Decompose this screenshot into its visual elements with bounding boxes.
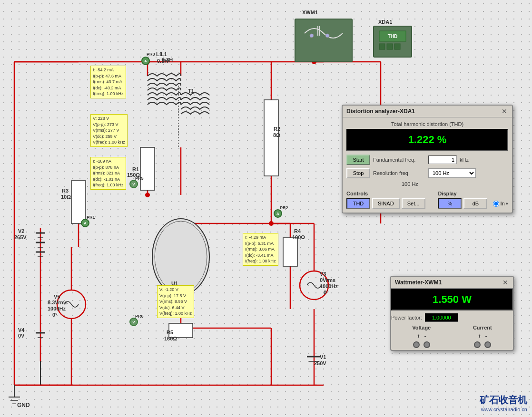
brand-url: www.crystalradio.cn [480,407,527,412]
voltage-minus-terminal[interactable] [424,341,430,348]
current-minus-label: - [485,332,487,339]
V2-value: 265V [14,234,27,240]
L1-component-label: L1 [161,51,167,57]
xda1-title-bar: Distortion analyzer-XDA1 ✕ [343,106,512,117]
current-minus-terminal[interactable] [484,341,491,348]
R2-label: R2 [274,126,280,132]
xda1-circuit-label: XDA1 [378,19,392,25]
R2-value: 8Ω [273,132,280,138]
V4-value: 0V [18,333,24,339]
db-button[interactable]: dB [463,198,487,209]
xwm1-title: Wattmeter-XWM1 [395,279,442,286]
xwm1-circuit-label: XWM1 [302,10,318,15]
thd-button[interactable]: THD [346,198,370,209]
L1-component-value: 0.3H [157,58,168,64]
thd-subtitle: Total harmonic distortion (THD) [346,121,508,127]
brand-chinese: 矿石收音机 [480,394,527,407]
R5-value: 160Ω [164,336,177,341]
V2-label: V2 [18,228,24,234]
gnd-label: GND [17,402,30,408]
u1-voltage-measurement: V: -1.20 V V(p-p): 17.5 V V(rms): 8.96 V… [157,285,194,318]
resolution-freq-label: Resolution freq. [373,170,425,176]
xwm1-close-button[interactable]: ✕ [502,279,509,286]
stop-button[interactable]: Stop [346,168,370,178]
pr3-voltage-measurement: V: 228 V V(p-p): 273 V V(rms): 277 V V(d… [90,114,128,147]
V3-label: V3 [320,271,326,277]
V3-phase: 0° [324,290,329,295]
r1-current-measurement: I: -189 nA I(p-p): 878 nA I(rms): 321 nA… [90,157,126,190]
xda1-close-button[interactable]: ✕ [501,107,508,115]
thd-value-display: 1.222 % [346,129,508,151]
V5-freq: 1000Hz [48,306,66,311]
probe-PR5-circle: V [129,180,138,188]
voltage-minus-label: - [424,332,426,339]
probe-PR6-circle: V [129,318,138,326]
probe-PR5-label: PR5 [135,176,144,181]
current-plus-label: + [478,332,482,339]
probe-PR6-label: PR6 [135,314,144,319]
in-radio[interactable] [493,201,499,207]
probe-PR1-circle: A [81,219,89,227]
xwm1-panel: Wattmeter-XWM1 ✕ 1.550 W Power factor: 1… [390,276,514,351]
wattmeter-value-display: 1.550 W [391,289,513,310]
fundamental-freq-label: Fundamental freq. [373,157,425,163]
fundamental-freq-unit: kHz [460,157,469,163]
voltage-plus-label: + [417,332,421,339]
current-col-label: Current [473,325,492,330]
T1-label: T1 [188,88,194,94]
V4-label: V4 [18,327,24,333]
R1-label: R1 [132,166,139,172]
R4-label: R4 [294,228,301,234]
V5-phase: 0° [52,312,58,318]
V3-freq: 1000Hz [320,283,338,289]
power-factor-label: Power factor: [391,315,422,320]
probe-PR2-label: PR2 [280,205,288,210]
xwm1-title-bar: Wattmeter-XWM1 ✕ [391,277,513,289]
in-radio-label: In [500,201,504,206]
display-label: Display [438,191,508,196]
voltage-col-label: Voltage [412,325,431,330]
V3-value: 0Vrms [320,277,335,283]
resolution-freq-display: 100 Hz [402,181,508,187]
percent-button[interactable]: % [438,198,462,209]
V1-label: V1 [320,354,326,360]
current-plus-terminal[interactable] [474,341,481,348]
V5-label: V5 [54,294,60,300]
probe-PR1-label: PR1 [87,215,95,220]
probe-PR3-circle: A [141,57,150,65]
voltage-plus-terminal[interactable] [413,341,420,348]
sinad-button[interactable]: SINAD [372,198,400,209]
R3-label: R3 [62,188,69,194]
resolution-freq-select[interactable]: 100 Hz 50 Hz 200 Hz [428,168,476,178]
R5-label: R5 [167,330,173,335]
V5-value: 8.3Vrms [48,300,68,305]
pr2-current-measurement: I: -4.29 mA I(p-p): 5.31 mA I(rms): 3.86… [243,233,278,266]
start-button[interactable]: Start [346,155,370,165]
controls-label: Controls [346,191,425,196]
R3-value: 10Ω [61,194,71,200]
power-factor-value: 1.00000 [425,313,458,322]
xda1-panel: Distortion analyzer-XDA1 ✕ Total harmoni… [342,105,513,213]
V1-value: 250V [314,360,326,366]
probe-PR3-label: PR3 [147,52,155,57]
probe-PR2-circle: A [274,209,282,218]
branding: 矿石收音机 www.crystalradio.cn [480,394,527,412]
pr3-current-measurement: I: -54.2 mA I(p-p): 47.6 mA I(rms): 43.7… [90,66,126,98]
R4-value: 100Ω [292,234,305,240]
fundamental-freq-input[interactable] [428,155,457,164]
xda1-title: Distortion analyzer-XDA1 [346,108,415,115]
set-button[interactable]: Set... [402,198,425,209]
